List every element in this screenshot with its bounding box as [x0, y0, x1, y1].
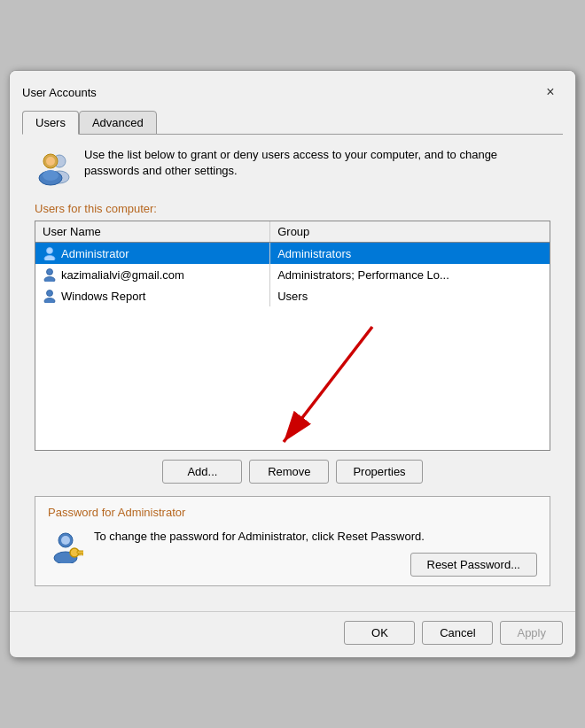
user-accounts-window: User Accounts × Users Advanced — [9, 70, 576, 658]
svg-point-10 — [47, 290, 53, 297]
user-group-cell: Administrators; Performance Lo... — [270, 264, 550, 285]
close-button[interactable]: × — [538, 80, 563, 105]
tab-advanced[interactable]: Advanced — [79, 111, 157, 135]
users-table: User Name Group AdministratorAdministrat… — [35, 221, 550, 306]
apply-button[interactable]: Apply — [500, 621, 563, 645]
password-section-title: Password for Administrator — [48, 506, 537, 519]
svg-rect-20 — [79, 554, 81, 555]
add-button[interactable]: Add... — [162, 460, 242, 484]
reset-btn-container: Reset Password... — [94, 553, 537, 577]
password-section: Password for Administrator To — [35, 496, 550, 586]
remove-button[interactable]: Remove — [249, 460, 329, 484]
password-info: To change the password for Administrator… — [94, 528, 537, 577]
svg-point-8 — [47, 269, 53, 275]
reset-password-button[interactable]: Reset Password... — [410, 553, 538, 577]
users-info-icon — [35, 149, 74, 188]
info-section: Use the list below to grant or deny user… — [35, 147, 550, 188]
table-row[interactable]: Windows ReportUsers — [35, 285, 550, 306]
col-header-group: Group — [270, 221, 550, 243]
properties-button[interactable]: Properties — [336, 460, 422, 484]
user-group-cell: Users — [270, 285, 550, 306]
action-buttons-row: Add... Remove Properties — [35, 460, 550, 484]
info-text: Use the list below to grant or deny user… — [84, 147, 550, 179]
title-bar: User Accounts × — [10, 71, 575, 105]
bottom-buttons: OK Cancel Apply — [10, 611, 575, 657]
col-header-username: User Name — [35, 221, 270, 243]
cancel-button[interactable]: Cancel — [422, 621, 493, 645]
password-icon — [48, 528, 83, 563]
user-name-cell: kazimalialvi@gmail.com — [35, 264, 270, 285]
tab-users[interactable]: Users — [22, 111, 79, 135]
tab-bar: Users Advanced — [10, 105, 575, 134]
window-title: User Accounts — [22, 86, 97, 99]
users-section-label: Users for this computer: — [35, 202, 550, 215]
password-content: To change the password for Administrator… — [48, 528, 537, 577]
table-row[interactable]: kazimalialvi@gmail.comAdministrators; Pe… — [35, 264, 550, 285]
svg-point-5 — [43, 170, 58, 181]
ok-button[interactable]: OK — [344, 621, 415, 645]
user-name-cell: Administrator — [35, 243, 270, 265]
svg-rect-19 — [82, 554, 83, 555]
password-description: To change the password for Administrator… — [94, 528, 537, 546]
svg-point-11 — [44, 298, 55, 304]
user-group-cell: Administrators — [270, 243, 550, 265]
user-name-cell: Windows Report — [35, 285, 270, 306]
table-row[interactable]: AdministratorAdministrators — [35, 243, 550, 265]
svg-point-9 — [44, 277, 55, 283]
svg-point-15 — [61, 536, 70, 545]
svg-rect-18 — [77, 551, 83, 554]
content-area: Use the list below to grant or deny user… — [22, 134, 563, 611]
users-table-container[interactable]: User Name Group AdministratorAdministrat… — [35, 221, 550, 451]
svg-point-4 — [46, 157, 55, 166]
svg-point-6 — [47, 248, 53, 254]
svg-point-7 — [44, 256, 55, 261]
